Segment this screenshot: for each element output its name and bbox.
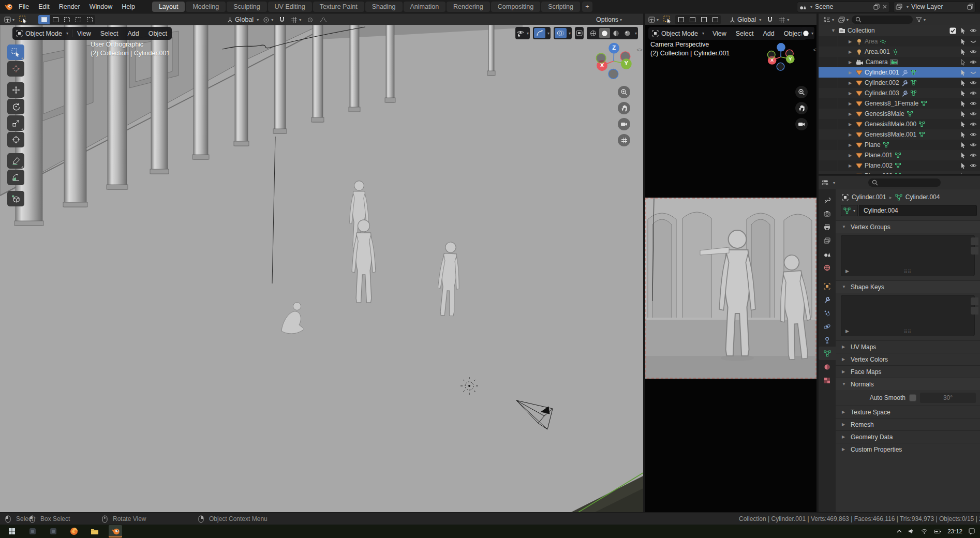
add-item-button[interactable]	[971, 297, 978, 305]
tool-add-cube[interactable]	[7, 191, 24, 206]
tab-scripting[interactable]: Scripting	[541, 2, 580, 12]
expand-icon[interactable]: ▶	[849, 50, 854, 54]
menu-file[interactable]: File	[14, 2, 34, 12]
viewport-3d-left[interactable]: Object Mode ▾ ViewSelectAddObject ▾▾▾▾ U…	[0, 25, 643, 512]
pan-button[interactable]	[795, 102, 808, 114]
selectability-icon[interactable]	[960, 173, 966, 175]
tool-rotate[interactable]	[7, 99, 24, 114]
firefox-app[interactable]	[67, 525, 81, 537]
mode-dropdown[interactable]: Object Mode ▾	[648, 30, 708, 37]
selectability-icon[interactable]	[960, 90, 966, 97]
outliner-row-cylinder.003[interactable]: ▶Cylinder.003	[819, 88, 980, 98]
outliner-row-cylinder.001[interactable]: ▶Cylinder.001	[819, 67, 980, 78]
shading-wireframe-button[interactable]	[588, 28, 599, 38]
battery-icon[interactable]	[934, 529, 941, 534]
viewport-menu-add[interactable]: Add	[759, 30, 779, 37]
shading-mode-dropdown[interactable]: ▾	[801, 27, 814, 39]
expand-icon[interactable]: ▶	[849, 39, 854, 44]
datablock-type-dropdown[interactable]: ▾	[841, 205, 858, 216]
breadcrumb-object[interactable]: Cylinder.001	[852, 193, 886, 201]
select-mode-2[interactable]	[698, 15, 709, 24]
select-mode-3[interactable]	[709, 15, 721, 24]
viewport-menu-add[interactable]: Add	[123, 30, 144, 37]
tool-move[interactable]	[7, 82, 24, 98]
snap-toggle[interactable]	[764, 15, 776, 24]
snap-settings-dropdown[interactable]: ▾	[778, 15, 790, 24]
scene-selector[interactable]: ▾ Scene	[797, 2, 890, 12]
viewport-menu-select[interactable]: Select	[731, 30, 759, 37]
outliner-row-area.001[interactable]: ▶Area.001	[819, 47, 980, 57]
show-overlays-toggle[interactable]	[555, 28, 567, 38]
copy-icon[interactable]	[873, 4, 880, 10]
selectability-icon[interactable]	[960, 162, 966, 169]
section-header[interactable]: ▼Normals	[836, 378, 980, 390]
datablock-name-field[interactable]: Cylinder.004	[859, 205, 977, 216]
remove-item-button[interactable]	[971, 247, 978, 255]
proportional-falloff-dropdown[interactable]	[318, 15, 329, 24]
collection-checkbox-icon[interactable]	[949, 27, 956, 34]
view-layer-selector[interactable]: ▾ View Layer	[893, 2, 976, 12]
auto-smooth-checkbox[interactable]	[909, 394, 916, 401]
outliner-row-plane.003[interactable]: ▶Plane.003	[819, 171, 980, 175]
visibility-icon[interactable]	[970, 101, 977, 106]
tab-output[interactable]	[819, 220, 836, 234]
section-header[interactable]: ▶Vertex Colors	[836, 353, 980, 365]
outliner-row-plane.001[interactable]: ▶Plane.001	[819, 150, 980, 160]
select-mode-0[interactable]	[675, 15, 687, 24]
visibility-icon[interactable]	[970, 142, 977, 147]
tab-texture[interactable]	[819, 373, 836, 387]
outliner-row-plane[interactable]: ▶Plane	[819, 140, 980, 150]
tab-material[interactable]	[819, 360, 836, 373]
explorer-app[interactable]	[88, 525, 101, 537]
expand-icon[interactable]: ▶	[849, 163, 854, 168]
properties-search-input[interactable]	[868, 178, 941, 187]
section-header[interactable]: ▶Texture Space	[836, 406, 980, 418]
tab-constraints[interactable]	[819, 333, 836, 347]
navigation-gizmo[interactable]: XYZ	[593, 40, 634, 83]
select-mode-circle[interactable]	[61, 15, 72, 24]
tab-tool[interactable]	[819, 193, 836, 207]
notification-center-icon[interactable]	[969, 528, 975, 534]
outliner-row-genesis8male.001[interactable]: ▶Genesis8Male.001	[819, 129, 980, 140]
proportional-edit-toggle[interactable]	[304, 15, 316, 24]
selectability-icon[interactable]	[960, 49, 966, 55]
tool-select-box[interactable]	[7, 44, 24, 60]
select-mode-lasso[interactable]	[72, 15, 84, 24]
add-item-button[interactable]	[971, 237, 978, 245]
task-view-button[interactable]	[47, 525, 60, 537]
tool-cursor[interactable]	[7, 61, 24, 77]
select-mode-tweak[interactable]	[38, 15, 50, 24]
active-tool-button[interactable]	[662, 15, 673, 24]
transform-orientation-dropdown[interactable]: Global▾	[728, 15, 762, 24]
selectability-icon[interactable]	[960, 152, 966, 159]
outliner-row-cylinder.002[interactable]: ▶Cylinder.002	[819, 78, 980, 88]
expand-icon[interactable]: ▼	[831, 28, 836, 33]
selectability-icon[interactable]	[960, 100, 966, 107]
navigation-gizmo[interactable]: XY	[765, 41, 796, 74]
selectability-icon[interactable]	[960, 38, 966, 45]
outliner-row-collection[interactable]: ▼Collection	[819, 25, 980, 36]
selectability-icon[interactable]	[960, 131, 966, 138]
expand-icon[interactable]: ▶	[849, 174, 854, 175]
visibility-icon[interactable]	[970, 91, 977, 96]
viewport-menu-select[interactable]: Select	[96, 30, 123, 37]
selectability-icon[interactable]	[960, 27, 966, 34]
speaker-icon[interactable]	[908, 529, 915, 534]
tab-physics[interactable]	[819, 320, 836, 333]
outliner-row-area[interactable]: ▶Area	[819, 36, 980, 47]
taskbar-clock[interactable]: 23:12	[947, 528, 962, 534]
tab-view-layer[interactable]	[819, 234, 836, 247]
tray-expand-icon[interactable]	[897, 530, 902, 533]
expand-icon[interactable]: ▶	[849, 101, 854, 106]
viewport-menu-view[interactable]: View	[72, 30, 96, 37]
tab-layout[interactable]: Layout	[152, 2, 185, 12]
resize-grip-icon[interactable]: ⠿⠿	[904, 329, 912, 334]
tab-rendering[interactable]: Rendering	[447, 2, 490, 12]
tab-world[interactable]	[819, 261, 836, 274]
list-expand-icon[interactable]: ▶	[845, 268, 849, 274]
zoom-button[interactable]	[618, 86, 630, 98]
visibility-icon[interactable]	[970, 59, 977, 65]
tab-modifiers[interactable]	[819, 293, 836, 306]
shading-solid-button[interactable]	[599, 28, 610, 38]
options-dropdown[interactable]: Options▾	[595, 15, 623, 24]
